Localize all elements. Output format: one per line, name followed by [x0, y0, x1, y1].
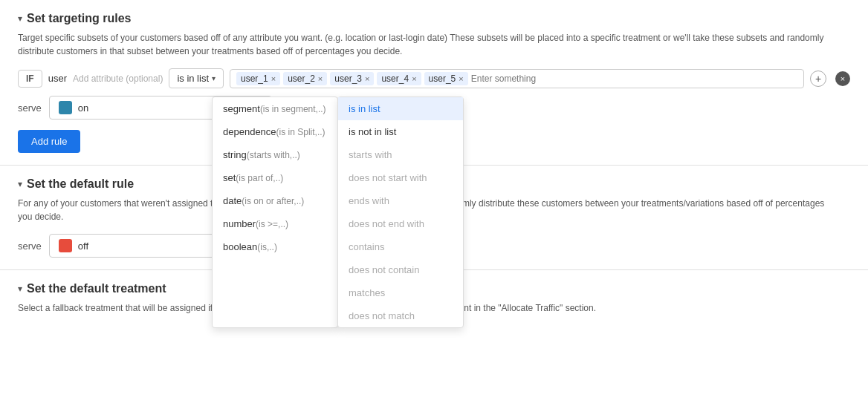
targeting-title: Set targeting rules — [27, 12, 131, 25]
dropdown-segment[interactable]: segment(is in segment,..) — [213, 97, 337, 120]
tag-label: user_3 — [334, 73, 362, 84]
tag-label: user_4 — [381, 73, 409, 84]
remove-rule-button[interactable]: × — [835, 71, 850, 86]
user-label: user — [48, 73, 67, 84]
tag-label: user_5 — [429, 73, 456, 84]
condition-label: is in list — [177, 73, 209, 84]
dropdown-set[interactable]: set(is part of,..) — [213, 166, 337, 189]
date-sub: (is on or after,..) — [242, 196, 304, 206]
option-label: does not match — [349, 310, 415, 321]
string-label: string — [223, 149, 247, 160]
option-label: does not start with — [349, 172, 427, 183]
page: ▾ Set targeting rules Target specific su… — [0, 0, 868, 409]
add-rule-button[interactable]: Add rule — [18, 130, 80, 153]
plus-icon: + — [810, 71, 826, 87]
dropdown-does-not-contain: does not contain — [338, 258, 463, 281]
add-condition-button[interactable]: + — [810, 71, 826, 87]
tag-remove-icon[interactable]: × — [412, 74, 416, 83]
tag-user2: user_2 × — [283, 72, 327, 85]
dropdown-left: segment(is in segment,..) dependence(is … — [212, 96, 338, 328]
targeting-header: ▾ Set targeting rules — [18, 12, 850, 25]
condition-dropdown[interactable]: is in list ▾ — [169, 68, 224, 88]
targeting-chevron-icon[interactable]: ▾ — [18, 13, 22, 24]
option-label: is not in list — [349, 126, 396, 137]
default-treatment-chevron-icon[interactable]: ▾ — [18, 284, 22, 294]
set-label: set — [223, 172, 236, 183]
tag-label: user_1 — [241, 73, 268, 84]
dropdown-date[interactable]: date(is on or after,..) — [213, 189, 337, 212]
boolean-sub: (is,..) — [257, 242, 277, 252]
targeting-desc: Target specific subsets of your customer… — [18, 31, 835, 58]
chevron-down-icon: ▾ — [212, 74, 216, 82]
tag-user3: user_3 × — [330, 72, 374, 85]
tag-label: user_2 — [288, 73, 315, 84]
tag-user5: user_5 × — [424, 72, 468, 85]
dropdown-container: segment(is in segment,..) dependence(is … — [212, 96, 464, 328]
tag-user4: user_4 × — [377, 72, 421, 85]
default-serve-label: serve — [18, 241, 42, 252]
dropdown-ends-with: ends with — [338, 189, 463, 212]
dropdown-matches: matches — [338, 281, 463, 304]
if-badge: IF — [18, 70, 42, 88]
serve-label: serve — [18, 102, 42, 114]
dropdown-boolean[interactable]: boolean(is,..) — [213, 235, 337, 258]
tag-user1: user_1 × — [236, 72, 280, 85]
dependence-sub: (is in Split,..) — [276, 127, 326, 137]
dropdown-starts-with: starts with — [338, 143, 463, 166]
attr-placeholder: Add attribute (optional) — [73, 73, 163, 84]
dropdown-is-not-in-list[interactable]: is not in list — [338, 120, 463, 143]
dropdown-does-not-end-with: does not end with — [338, 212, 463, 235]
tags-text-input[interactable] — [471, 73, 583, 84]
dependence-label: dependence — [223, 126, 276, 137]
dropdown-does-not-start-with: does not start with — [338, 166, 463, 189]
option-label: contains — [349, 241, 384, 252]
date-label: date — [223, 195, 242, 206]
option-label: ends with — [349, 195, 389, 206]
segment-label: segment — [223, 103, 260, 114]
default-rule-title: Set the default rule — [27, 177, 134, 191]
tag-remove-icon[interactable]: × — [318, 74, 323, 83]
dropdown-is-in-list[interactable]: is in list — [338, 97, 463, 120]
dropdown-string[interactable]: string(starts with,..) — [213, 143, 337, 166]
boolean-label: boolean — [223, 241, 257, 252]
option-label: matches — [349, 287, 385, 298]
dropdown-right: is in list is not in list starts with do… — [337, 96, 464, 328]
tag-remove-icon[interactable]: × — [459, 74, 463, 83]
tag-remove-icon[interactable]: × — [365, 74, 369, 83]
dropdown-dependence[interactable]: dependence(is in Split,..) — [213, 120, 337, 143]
number-sub: (is >=,..) — [256, 219, 288, 229]
dropdown-number[interactable]: number(is >=,..) — [213, 212, 337, 235]
option-label: does not contain — [349, 264, 419, 275]
tag-remove-icon[interactable]: × — [271, 74, 276, 83]
segment-sub: (is in segment,..) — [260, 104, 326, 114]
set-sub: (is part of,..) — [236, 173, 283, 183]
default-rule-chevron-icon[interactable]: ▾ — [18, 179, 22, 189]
dropdown-contains: contains — [338, 235, 463, 258]
dropdown-does-not-match: does not match — [338, 304, 463, 327]
string-sub: (starts with,..) — [247, 150, 300, 160]
default-serve-color-box — [59, 239, 72, 252]
rule-row: IF user Add attribute (optional) is in l… — [18, 68, 850, 88]
tags-input[interactable]: user_1 × user_2 × user_3 × user_4 × user… — [230, 69, 804, 88]
number-label: number — [223, 218, 256, 229]
option-label: starts with — [349, 149, 392, 160]
close-icon: × — [841, 74, 845, 83]
default-treatment-title: Set the default treatment — [27, 282, 166, 295]
serve-color-box — [59, 101, 72, 114]
option-label: is in list — [349, 103, 380, 114]
option-label: does not end with — [349, 218, 424, 229]
